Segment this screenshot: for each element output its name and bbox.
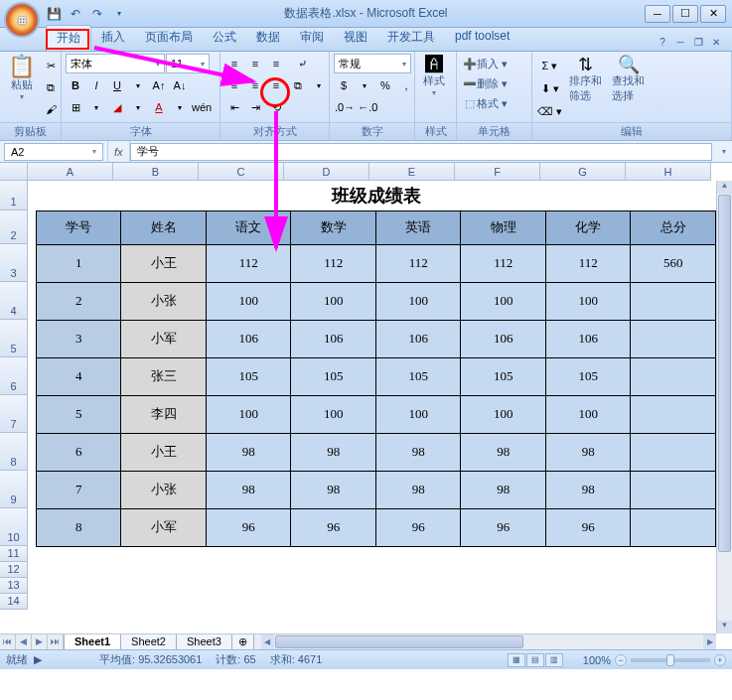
vertical-scrollbar[interactable]: ▲ ▼ [716, 181, 732, 633]
cell[interactable] [631, 395, 716, 433]
redo-icon[interactable]: ↷ [89, 6, 105, 22]
sheet-tab-Sheet3[interactable]: Sheet3 [176, 634, 232, 650]
col-header-H[interactable]: H [626, 163, 711, 181]
horizontal-scrollbar[interactable]: ◀ ▶ [261, 634, 716, 649]
cut-icon[interactable]: ✂ [41, 56, 61, 75]
col-header-A[interactable]: A [28, 163, 113, 181]
cell[interactable]: 小张 [121, 282, 206, 320]
name-box[interactable]: A2▾ [4, 143, 103, 161]
grow-font-button[interactable]: A↑ [149, 75, 169, 95]
tab-审阅[interactable]: 审阅 [290, 25, 334, 51]
clear-button[interactable]: ⌫ ▾ [536, 101, 563, 121]
save-icon[interactable]: 💾 [46, 6, 62, 22]
tab-公式[interactable]: 公式 [203, 25, 246, 51]
font-name-combo[interactable]: 宋体▾ [66, 54, 165, 73]
macro-record-icon[interactable]: ▶ [34, 653, 48, 667]
phonetic-button[interactable]: wén [191, 97, 213, 117]
cell[interactable]: 7 [37, 471, 121, 508]
format-painter-icon[interactable]: 🖌 [41, 99, 61, 119]
cells-area[interactable]: 班级成绩表学号姓名语文数学英语物理化学总分1小王1121121121121125… [28, 181, 716, 633]
cell[interactable]: 98 [375, 471, 461, 508]
office-button[interactable]: ⊞ [4, 2, 40, 38]
col-header-G[interactable]: G [540, 163, 626, 181]
sheet-tab-Sheet1[interactable]: Sheet1 [64, 634, 121, 650]
cell[interactable]: 96 [206, 508, 291, 546]
cell[interactable]: 106 [461, 320, 546, 357]
sort-filter-button[interactable]: ⇅ 排序和 筛选 [565, 54, 606, 105]
borders-drop[interactable]: ▾ [86, 97, 106, 117]
maximize-button[interactable]: ☐ [672, 5, 698, 23]
cell[interactable]: 小王 [121, 244, 206, 282]
accounting-button[interactable]: $ [334, 75, 354, 95]
fill-drop[interactable]: ▾ [128, 97, 148, 117]
cell[interactable]: 98 [461, 433, 546, 471]
orientation-button[interactable]: ⟲ [266, 97, 286, 117]
shrink-font-button[interactable]: A↓ [170, 75, 190, 95]
page-break-view-icon[interactable]: ▥ [545, 653, 563, 667]
row-header-2[interactable]: 2 [0, 210, 28, 244]
row-header-3[interactable]: 3 [0, 244, 28, 282]
row-header-8[interactable]: 8 [0, 433, 28, 471]
col-header-E[interactable]: E [369, 163, 455, 181]
cell[interactable]: 100 [545, 282, 631, 320]
cell[interactable] [631, 282, 716, 320]
increase-indent-button[interactable]: ⇥ [245, 97, 265, 117]
cell[interactable]: 106 [545, 320, 631, 357]
cell[interactable]: 98 [461, 471, 546, 508]
cell[interactable]: 100 [291, 395, 376, 433]
cell[interactable]: 100 [545, 395, 631, 433]
cell[interactable]: 张三 [121, 357, 206, 395]
cell[interactable]: 100 [375, 395, 461, 433]
tab-pdf toolset[interactable]: pdf toolset [445, 25, 519, 51]
tab-开发工具[interactable]: 开发工具 [377, 25, 445, 51]
row-header-13[interactable]: 13 [0, 578, 28, 594]
row-header-12[interactable]: 12 [0, 562, 28, 578]
hscroll-thumb[interactable] [275, 635, 523, 648]
cell[interactable]: 4 [37, 357, 121, 395]
insert-cells-button[interactable]: ➕插入 ▾ [461, 56, 527, 72]
fill-color-button[interactable]: ◢ [107, 97, 127, 117]
cell[interactable]: 98 [545, 471, 631, 508]
align-left-button[interactable]: ≡ [224, 75, 244, 95]
cell[interactable] [631, 471, 716, 508]
cell[interactable]: 105 [375, 357, 461, 395]
cell[interactable]: 小军 [121, 320, 206, 357]
minimize-button[interactable]: ─ [645, 5, 670, 23]
page-layout-view-icon[interactable]: ▤ [526, 653, 544, 667]
col-header-C[interactable]: C [199, 163, 284, 181]
col-header-B[interactable]: B [113, 163, 199, 181]
cell[interactable] [631, 357, 716, 395]
first-sheet-icon[interactable]: ⏮ [0, 634, 16, 649]
tab-开始[interactable]: 开始 [46, 25, 91, 51]
cell[interactable]: 李四 [121, 395, 206, 433]
align-bottom-button[interactable]: ≡ [266, 54, 286, 73]
underline-button[interactable]: U [107, 75, 127, 95]
cell[interactable]: 106 [375, 320, 461, 357]
fx-icon[interactable]: fx [114, 146, 123, 158]
cell[interactable]: 3 [37, 320, 121, 357]
cell[interactable]: 98 [206, 433, 291, 471]
align-top-button[interactable]: ≡ [224, 54, 244, 73]
cell[interactable]: 100 [375, 282, 461, 320]
qat-customize-icon[interactable]: ▾ [111, 6, 127, 22]
close-button[interactable]: ✕ [700, 5, 726, 23]
cell[interactable]: 106 [206, 320, 291, 357]
paste-button[interactable]: 📋 粘贴 ▾ [4, 54, 39, 103]
cell[interactable]: 5 [37, 395, 121, 433]
styles-button[interactable]: 🅰 样式 ▾ [419, 54, 449, 99]
vscroll-thumb[interactable] [718, 195, 731, 552]
row-header-1[interactable]: 1 [0, 181, 28, 210]
number-format-combo[interactable]: 常规▾ [334, 54, 411, 73]
decrease-indent-button[interactable]: ⇤ [224, 97, 244, 117]
italic-button[interactable]: I [86, 75, 106, 95]
cell[interactable]: 98 [375, 433, 461, 471]
mdi-close-icon[interactable]: ✕ [708, 35, 724, 49]
row-header-4[interactable]: 4 [0, 282, 28, 320]
find-select-button[interactable]: 🔍 查找和 选择 [608, 54, 649, 105]
fontcolor-drop[interactable]: ▾ [170, 97, 190, 117]
cell[interactable]: 100 [291, 282, 376, 320]
font-size-combo[interactable]: 11▾ [166, 54, 210, 73]
increase-decimal-button[interactable]: .0→ [334, 97, 356, 117]
cell[interactable] [631, 433, 716, 471]
cell[interactable]: 112 [206, 244, 291, 282]
